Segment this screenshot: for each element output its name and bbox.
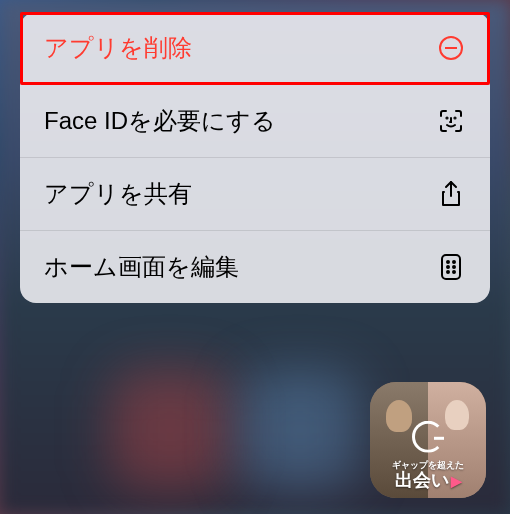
blurred-app-icon xyxy=(240,370,360,490)
menu-item-label: アプリを削除 xyxy=(44,32,192,64)
share-app-menu-item[interactable]: アプリを共有 xyxy=(20,158,490,231)
blurred-app-icon xyxy=(110,370,230,490)
app-icon-logo xyxy=(412,421,444,453)
app-icon[interactable]: ギャップを超えた 出会い▶ xyxy=(370,382,486,498)
app-tagline: ギャップを超えた xyxy=(392,460,464,471)
menu-item-label: アプリを共有 xyxy=(44,178,192,210)
minus-circle-icon xyxy=(436,33,466,63)
app-icon-text: ギャップを超えた 出会い▶ xyxy=(392,460,464,492)
svg-point-6 xyxy=(453,261,455,263)
svg-point-2 xyxy=(446,117,447,118)
app-main-text: 出会い▶ xyxy=(392,470,464,492)
menu-item-label: ホーム画面を編集 xyxy=(44,251,239,283)
svg-point-9 xyxy=(447,271,449,273)
require-faceid-menu-item[interactable]: Face IDを必要にする xyxy=(20,85,490,158)
faceid-icon xyxy=(436,106,466,136)
svg-point-8 xyxy=(453,266,455,268)
svg-point-7 xyxy=(447,266,449,268)
heart-icon: ▶ xyxy=(451,473,462,490)
edit-homescreen-menu-item[interactable]: ホーム画面を編集 xyxy=(20,231,490,303)
svg-point-3 xyxy=(454,117,455,118)
svg-rect-4 xyxy=(442,255,460,279)
menu-item-label: Face IDを必要にする xyxy=(44,105,276,137)
context-menu: アプリを削除 Face IDを必要にする アプリを共有 xyxy=(20,12,490,303)
share-icon xyxy=(436,179,466,209)
svg-point-5 xyxy=(447,261,449,263)
apps-grid-icon xyxy=(436,252,466,282)
delete-app-menu-item[interactable]: アプリを削除 xyxy=(20,12,490,85)
svg-point-10 xyxy=(453,271,455,273)
